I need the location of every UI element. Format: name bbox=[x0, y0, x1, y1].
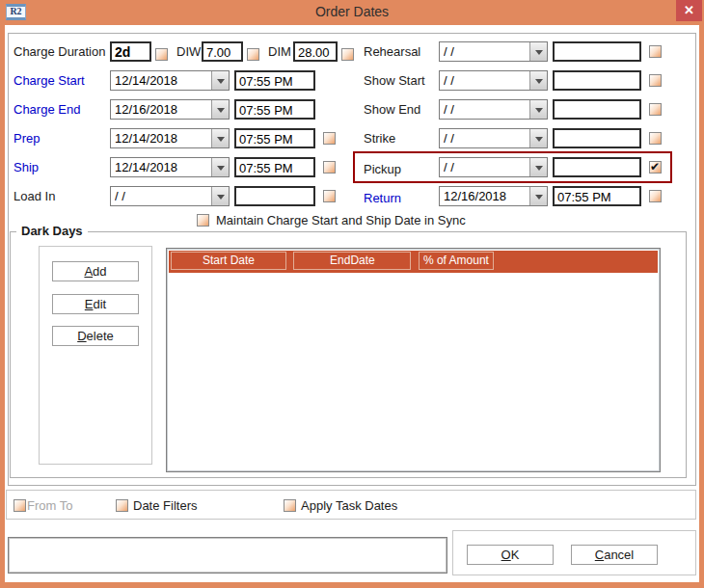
dark-days-legend: Dark Days bbox=[16, 224, 88, 238]
charge-duration-label: Charge Duration bbox=[14, 44, 105, 59]
dim-field[interactable]: 28.00 bbox=[293, 41, 338, 62]
titlebar: R2 Order Dates ✕ bbox=[0, 0, 704, 25]
action-button-panel: OK Cancel bbox=[452, 530, 696, 575]
rehearsal-date-combo[interactable]: / / bbox=[439, 41, 548, 62]
dialog-body: Charge Duration 2d DIW 7.00 DIM 28.00 Ch… bbox=[5, 25, 699, 582]
charge-end-date-combo[interactable]: 12/16/2018 bbox=[110, 99, 230, 120]
diw-field[interactable]: 7.00 bbox=[202, 41, 243, 62]
rehearsal-label: Rehearsal bbox=[364, 44, 420, 59]
charge-duration-field[interactable]: 2d bbox=[110, 41, 151, 62]
strike-date-combo[interactable]: / / bbox=[439, 128, 548, 148]
add-button[interactable]: Add bbox=[52, 261, 139, 281]
chevron-down-icon[interactable] bbox=[529, 100, 547, 119]
strike-time-field[interactable] bbox=[553, 128, 641, 148]
ship-date-combo[interactable]: 12/14/2018 bbox=[110, 157, 230, 177]
show-end-date-combo[interactable]: / / bbox=[439, 99, 548, 120]
show-end-time-field[interactable] bbox=[553, 99, 641, 120]
from-to-checkbox bbox=[14, 499, 26, 512]
charge-start-date-combo[interactable]: 12/14/2018 bbox=[110, 70, 230, 91]
table-header: Start Date EndDate % of Amount bbox=[169, 251, 658, 273]
dark-days-button-panel: Add Edit Delete bbox=[39, 246, 152, 465]
diw-checkbox[interactable] bbox=[247, 48, 259, 61]
sync-checkbox[interactable] bbox=[197, 214, 209, 227]
rehearsal-time-field[interactable] bbox=[553, 41, 641, 62]
load-in-time-field[interactable] bbox=[234, 186, 315, 206]
pickup-date-combo[interactable]: / / bbox=[439, 157, 548, 177]
chevron-down-icon[interactable] bbox=[529, 129, 547, 147]
apply-task-dates-label: Apply Task Dates bbox=[301, 498, 397, 513]
apply-task-dates-checkbox[interactable] bbox=[284, 499, 296, 512]
page-title: Order Dates bbox=[0, 4, 704, 19]
cancel-button[interactable]: Cancel bbox=[571, 545, 658, 565]
pickup-checkbox[interactable] bbox=[649, 161, 662, 174]
pickup-time-field[interactable] bbox=[553, 157, 641, 177]
from-to-label: From To bbox=[27, 498, 72, 513]
show-start-time-field[interactable] bbox=[553, 70, 641, 91]
load-in-checkbox[interactable] bbox=[323, 190, 336, 202]
strike-checkbox[interactable] bbox=[649, 132, 662, 145]
show-start-date-combo[interactable]: / / bbox=[439, 70, 548, 91]
strike-label: Strike bbox=[364, 131, 395, 146]
load-in-label: Load In bbox=[14, 189, 55, 203]
ship-label: Ship bbox=[14, 160, 39, 174]
column-header-pct-amount[interactable]: % of Amount bbox=[419, 252, 494, 270]
date-filters-checkbox[interactable] bbox=[116, 499, 128, 512]
chevron-down-icon[interactable] bbox=[211, 100, 229, 119]
load-in-date-combo[interactable]: / / bbox=[110, 186, 230, 206]
chevron-down-icon[interactable] bbox=[211, 158, 229, 176]
column-header-start-date[interactable]: Start Date bbox=[171, 252, 286, 270]
sync-label: Maintain Charge Start and Ship Date in S… bbox=[216, 213, 466, 227]
return-checkbox[interactable] bbox=[649, 190, 662, 202]
ship-time-field[interactable]: 07:55 PM bbox=[234, 157, 315, 177]
chevron-down-icon[interactable] bbox=[529, 42, 547, 61]
prep-date-combo[interactable]: 12/14/2018 bbox=[110, 128, 230, 148]
column-header-end-date[interactable]: EndDate bbox=[293, 252, 411, 270]
dark-days-table[interactable]: Start Date EndDate % of Amount bbox=[166, 248, 661, 472]
pickup-label: Pickup bbox=[364, 162, 401, 176]
ship-checkbox[interactable] bbox=[323, 161, 336, 174]
prep-checkbox[interactable] bbox=[323, 132, 336, 145]
rehearsal-checkbox[interactable] bbox=[649, 45, 662, 58]
chevron-down-icon[interactable] bbox=[211, 71, 229, 90]
chevron-down-icon[interactable] bbox=[211, 129, 229, 147]
return-date-combo[interactable]: 12/16/2018 bbox=[439, 186, 548, 206]
show-end-checkbox[interactable] bbox=[649, 103, 662, 116]
close-icon[interactable]: ✕ bbox=[676, 0, 702, 21]
show-start-checkbox[interactable] bbox=[649, 74, 662, 87]
chevron-down-icon[interactable] bbox=[529, 187, 547, 205]
order-dates-dialog: R2 Order Dates ✕ Charge Duration 2d DIW … bbox=[0, 0, 704, 588]
charge-start-time-field[interactable]: 07:55 PM bbox=[234, 70, 315, 91]
return-time-field[interactable]: 07:55 PM bbox=[553, 186, 641, 206]
charge-end-label: Charge End bbox=[14, 102, 80, 117]
prep-time-field[interactable]: 07:55 PM bbox=[234, 128, 315, 148]
chevron-down-icon[interactable] bbox=[529, 158, 547, 176]
diw-label: DIW bbox=[176, 44, 201, 59]
show-start-label: Show Start bbox=[364, 73, 425, 88]
footer-options-panel: From To Date Filters Apply Task Dates bbox=[6, 490, 696, 520]
note-input[interactable] bbox=[8, 537, 447, 574]
dim-label: DIM bbox=[268, 44, 291, 59]
ok-button[interactable]: OK bbox=[467, 545, 554, 565]
chevron-down-icon[interactable] bbox=[211, 187, 229, 205]
prep-label: Prep bbox=[14, 131, 40, 146]
charge-duration-checkbox[interactable] bbox=[155, 48, 168, 61]
delete-button[interactable]: Delete bbox=[52, 326, 139, 346]
show-end-label: Show End bbox=[364, 102, 420, 117]
edit-button[interactable]: Edit bbox=[52, 294, 139, 314]
charge-start-label: Charge Start bbox=[14, 73, 85, 88]
chevron-down-icon[interactable] bbox=[529, 71, 547, 90]
return-label: Return bbox=[364, 191, 401, 205]
charge-end-time-field[interactable]: 07:55 PM bbox=[234, 99, 315, 120]
dim-checkbox[interactable] bbox=[341, 48, 354, 61]
date-filters-label: Date Filters bbox=[133, 498, 197, 513]
